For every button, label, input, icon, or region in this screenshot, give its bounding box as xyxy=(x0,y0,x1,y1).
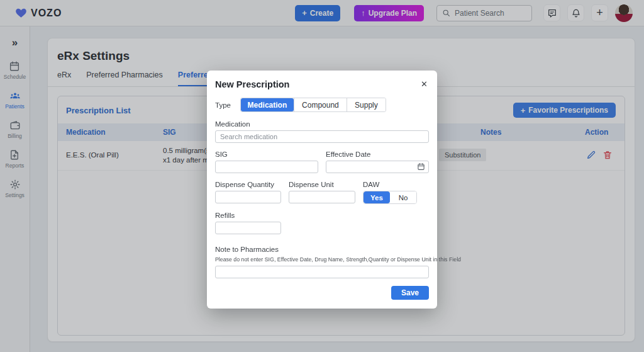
sig-input[interactable] xyxy=(215,161,318,173)
note-to-pharmacies-label: Note to Pharmacies xyxy=(215,246,279,253)
note-to-pharmacies-input[interactable] xyxy=(215,266,429,278)
dispense-quantity-input[interactable] xyxy=(215,191,281,203)
save-button[interactable]: Save xyxy=(391,286,429,300)
daw-yes-option[interactable]: Yes xyxy=(364,191,390,203)
new-prescription-modal: New Prescription ✕ Type Medication Compo… xyxy=(207,71,437,309)
type-option-medication[interactable]: Medication xyxy=(241,98,294,111)
type-option-compound[interactable]: Compound xyxy=(294,98,347,111)
daw-no-option[interactable]: No xyxy=(390,191,416,203)
effective-date-label: Effective Date xyxy=(326,150,429,158)
dispense-unit-input[interactable] xyxy=(289,191,355,203)
daw-toggle: Yes No xyxy=(363,191,417,204)
daw-label: DAW xyxy=(363,181,417,188)
sig-label: SIG xyxy=(215,150,318,158)
dispense-unit-label: Dispense Unit xyxy=(289,181,355,188)
type-option-supply[interactable]: Supply xyxy=(347,98,386,111)
note-helper-text: Please do not enter SIG, Effective Date,… xyxy=(215,256,429,263)
dispense-quantity-label: Dispense Quantity xyxy=(215,181,281,188)
type-segmented-control: Medication Compound Supply xyxy=(240,98,386,112)
type-label: Type xyxy=(215,101,231,109)
medication-search-input[interactable] xyxy=(215,130,429,143)
medication-label: Medication xyxy=(215,120,429,128)
modal-title: New Prescription xyxy=(215,79,289,89)
close-icon[interactable]: ✕ xyxy=(419,79,429,89)
refills-input[interactable] xyxy=(215,222,281,234)
refills-label: Refills xyxy=(215,212,429,219)
calendar-icon[interactable] xyxy=(417,162,425,171)
effective-date-input[interactable] xyxy=(326,161,429,173)
